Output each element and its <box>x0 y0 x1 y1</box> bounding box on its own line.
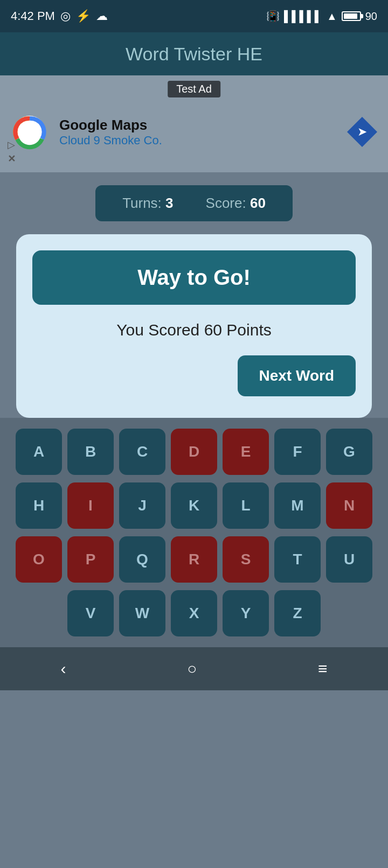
key-s[interactable]: S <box>223 536 269 583</box>
key-h[interactable]: H <box>16 482 62 529</box>
app-title: Word Twister HE <box>126 44 262 65</box>
battery-level: 90 <box>365 10 377 23</box>
dialog-score-text: You Scored 60 Points <box>32 321 356 339</box>
key-o[interactable]: O <box>16 536 62 583</box>
ad-banner[interactable]: Test Ad Google Maps Cloud 9 Smoke Co. ➤ … <box>0 75 388 172</box>
status-bar: 4:42 PM ◎ ⚡ ☁ 📳 ▌▌▌▌▌ ▲ 90 <box>0 0 388 32</box>
status-right: 📳 ▌▌▌▌▌ ▲ 90 <box>266 10 377 23</box>
result-dialog: Way to Go! You Scored 60 Points Next Wor… <box>16 234 372 418</box>
ad-label: Test Ad <box>168 81 220 97</box>
key-u[interactable]: U <box>326 536 372 583</box>
wifi-icon: ▲ <box>327 10 337 23</box>
next-word-button[interactable]: Next Word <box>238 355 356 396</box>
keyboard-row-0: ABCDEFG <box>5 429 383 475</box>
keyboard-row-3: VWXYZ <box>5 590 383 636</box>
key-d[interactable]: D <box>171 429 217 475</box>
battery-icon <box>342 11 361 21</box>
keyboard-section: ABCDEFGHIJKLMNOPQRSTUVWXYZ <box>0 418 388 647</box>
score-bar: Turns: 3 Score: 60 <box>0 172 388 234</box>
ad-content: Google Maps Cloud 9 Smoke Co. <box>11 113 162 151</box>
status-left: 4:42 PM ◎ ⚡ ☁ <box>11 9 108 23</box>
cloud-icon: ☁ <box>96 9 108 23</box>
turns-display: Turns: 3 <box>122 195 173 212</box>
key-c[interactable]: C <box>119 429 165 475</box>
key-w[interactable]: W <box>119 590 165 636</box>
key-y[interactable]: Y <box>223 590 269 636</box>
key-b[interactable]: B <box>67 429 114 475</box>
keyboard-row-1: HIJKLMN <box>5 482 383 529</box>
score-display: Score: 60 <box>206 195 266 212</box>
ad-play-icon[interactable]: ▷ <box>8 139 16 151</box>
ad-close-icon[interactable]: ✕ <box>8 153 16 165</box>
key-q[interactable]: Q <box>119 536 165 583</box>
key-l[interactable]: L <box>223 482 269 529</box>
app-header: Word Twister HE <box>0 32 388 75</box>
ad-text-block: Google Maps Cloud 9 Smoke Co. <box>59 117 162 148</box>
key-a[interactable]: A <box>16 429 62 475</box>
dialog-title: Way to Go! <box>137 265 251 290</box>
vibrate-icon: 📳 <box>266 10 280 23</box>
key-m[interactable]: M <box>274 482 321 529</box>
keyboard-row-2: OPQRSTU <box>5 536 383 583</box>
key-e[interactable]: E <box>223 429 269 475</box>
google-logo-icon <box>11 113 48 151</box>
key-i[interactable]: I <box>67 482 114 529</box>
ad-company-name: Google Maps <box>59 117 162 134</box>
key-t[interactable]: T <box>274 536 321 583</box>
key-n[interactable]: N <box>326 482 372 529</box>
dialog-actions: Next Word <box>32 355 356 396</box>
dialog-title-box: Way to Go! <box>32 250 356 305</box>
key-z[interactable]: Z <box>274 590 321 636</box>
ad-controls: ▷ ✕ <box>8 139 16 165</box>
ad-arrow-icon[interactable]: ➤ <box>347 117 377 147</box>
signal-icon: ▌▌▌▌▌ <box>284 10 322 23</box>
home-button[interactable]: ○ <box>171 654 213 683</box>
key-r[interactable]: R <box>171 536 217 583</box>
score-box: Turns: 3 Score: 60 <box>95 185 293 221</box>
nav-bar: ‹ ○ ≡ <box>0 647 388 690</box>
menu-button[interactable]: ≡ <box>302 654 344 683</box>
key-k[interactable]: K <box>171 482 217 529</box>
dialog-overlay: Way to Go! You Scored 60 Points Next Wor… <box>0 234 388 418</box>
whatsapp-icon: ◎ <box>60 9 71 23</box>
key-p[interactable]: P <box>67 536 114 583</box>
time-display: 4:42 PM <box>11 9 55 23</box>
key-f[interactable]: F <box>274 429 321 475</box>
key-j[interactable]: J <box>119 482 165 529</box>
ad-subtitle: Cloud 9 Smoke Co. <box>59 134 162 148</box>
key-x[interactable]: X <box>171 590 217 636</box>
key-v[interactable]: V <box>67 590 114 636</box>
back-button[interactable]: ‹ <box>44 654 82 683</box>
usb-icon: ⚡ <box>76 9 91 23</box>
key-g[interactable]: G <box>326 429 372 475</box>
